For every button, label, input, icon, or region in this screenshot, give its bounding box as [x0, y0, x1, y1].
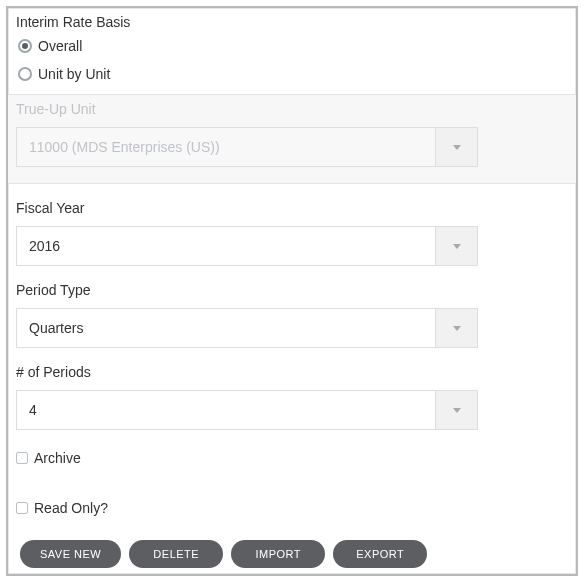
trueup-unit-label: True-Up Unit: [16, 101, 568, 117]
action-bar: SAVE NEW DELETE IMPORT EXPORT: [8, 516, 576, 568]
delete-button[interactable]: DELETE: [129, 540, 223, 568]
rate-basis-group-label: Interim Rate Basis: [16, 14, 568, 30]
num-periods-value: 4: [17, 391, 435, 429]
dropdown-button[interactable]: [435, 309, 477, 347]
num-periods-label: # of Periods: [16, 364, 568, 380]
save-new-button[interactable]: SAVE NEW: [20, 540, 121, 568]
radio-icon: [18, 67, 32, 81]
import-button[interactable]: IMPORT: [231, 540, 325, 568]
dropdown-button[interactable]: [435, 227, 477, 265]
radio-label: Unit by Unit: [38, 66, 110, 82]
caret-down-icon: [453, 145, 461, 150]
export-button[interactable]: EXPORT: [333, 540, 427, 568]
form-panel: Interim Rate Basis Overall Unit by Unit …: [6, 6, 578, 576]
caret-down-icon: [453, 326, 461, 331]
dropdown-button: [435, 128, 477, 166]
radio-overall[interactable]: Overall: [18, 38, 568, 54]
archive-checkbox-row[interactable]: Archive: [8, 438, 576, 466]
trueup-unit-value: 11000 (MDS Enterprises (US)): [17, 128, 435, 166]
archive-label: Archive: [34, 450, 81, 466]
radio-label: Overall: [38, 38, 82, 54]
fiscal-year-label: Fiscal Year: [16, 200, 568, 216]
caret-down-icon: [453, 408, 461, 413]
checkbox-icon: [16, 502, 28, 514]
radio-unit-by-unit[interactable]: Unit by Unit: [18, 66, 568, 82]
trueup-unit-select: 11000 (MDS Enterprises (US)): [16, 127, 478, 167]
caret-down-icon: [453, 244, 461, 249]
readonly-label: Read Only?: [34, 500, 108, 516]
trueup-section: True-Up Unit 11000 (MDS Enterprises (US)…: [8, 95, 576, 183]
period-type-select[interactable]: Quarters: [16, 308, 478, 348]
fiscal-year-value: 2016: [17, 227, 435, 265]
checkbox-icon: [16, 452, 28, 464]
dropdown-button[interactable]: [435, 391, 477, 429]
fiscal-year-select[interactable]: 2016: [16, 226, 478, 266]
radio-icon: [18, 39, 32, 53]
period-type-value: Quarters: [17, 309, 435, 347]
readonly-checkbox-row[interactable]: Read Only?: [8, 488, 576, 516]
period-type-label: Period Type: [16, 282, 568, 298]
num-periods-select[interactable]: 4: [16, 390, 478, 430]
